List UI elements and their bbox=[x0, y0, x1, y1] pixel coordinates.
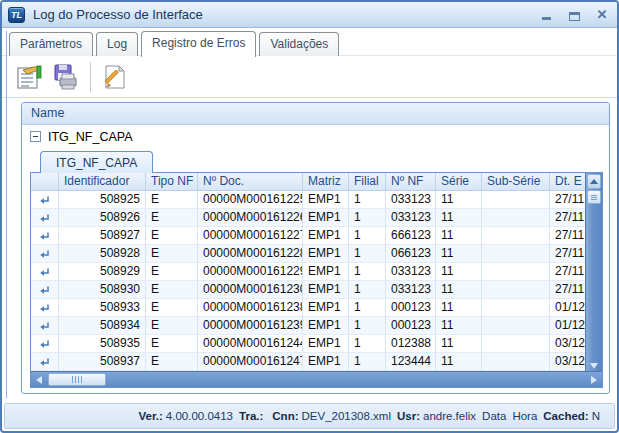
column-header-sub-s-rie[interactable]: Sub-Série bbox=[482, 173, 550, 191]
maximize-button[interactable] bbox=[567, 8, 581, 22]
close-button[interactable]: ✕ bbox=[595, 8, 609, 22]
tree-node-itg-nf-capa[interactable]: ITG_NF_CAPA bbox=[22, 125, 609, 148]
cell: 666123 bbox=[386, 227, 436, 245]
scroll-up-button[interactable] bbox=[587, 174, 601, 189]
column-header-n-nf[interactable]: Nº NF bbox=[386, 173, 436, 191]
table-row[interactable]: 508927E00000M000161227EMP116661231127/11 bbox=[31, 227, 585, 245]
right-arrow-icon[interactable] bbox=[591, 376, 597, 384]
cell: E bbox=[146, 353, 198, 371]
cell: E bbox=[146, 209, 198, 227]
cell: 03/12 bbox=[550, 335, 585, 353]
table-row[interactable]: 508928E00000M000161228EMP110661231127/11 bbox=[31, 245, 585, 263]
cell: 1 bbox=[349, 353, 386, 371]
status-segment: Ver.:4.00.00.0413 bbox=[139, 410, 233, 422]
collapse-expander-icon[interactable] bbox=[30, 131, 41, 142]
column-header-s-rie[interactable]: Série bbox=[436, 173, 482, 191]
return-arrow-icon bbox=[31, 209, 59, 227]
tab-validacoes[interactable]: Validações bbox=[259, 32, 339, 56]
app-logo-icon: TL bbox=[8, 7, 25, 23]
column-header-matriz[interactable]: Matriz bbox=[303, 173, 349, 191]
status-segment: Usr:andre.felix bbox=[397, 410, 476, 422]
maximize-icon bbox=[569, 12, 580, 21]
column-header-dt-e[interactable]: Dt. E bbox=[550, 173, 590, 191]
column-header-filial[interactable]: Filial bbox=[349, 173, 386, 191]
cell: EMP1 bbox=[303, 299, 349, 317]
status-segment: Cached:N bbox=[543, 410, 600, 422]
tree-column-header-name[interactable]: Name bbox=[22, 103, 609, 125]
cell: 1 bbox=[349, 317, 386, 335]
table-row[interactable]: 508937E00000M000161247EMP111234441103/12 bbox=[31, 353, 585, 371]
cell: 11 bbox=[436, 209, 482, 227]
horizontal-scroll-thumb[interactable] bbox=[48, 373, 106, 386]
cell: 00000M000161227 bbox=[198, 227, 303, 245]
cell: 033123 bbox=[386, 263, 436, 281]
down-arrow-icon[interactable] bbox=[590, 363, 598, 369]
cell: EMP1 bbox=[303, 353, 349, 371]
up-arrow-icon bbox=[590, 179, 598, 184]
cell: 27/11 bbox=[550, 227, 585, 245]
cell: 1 bbox=[349, 227, 386, 245]
minimize-button[interactable] bbox=[539, 8, 553, 22]
cell: 00000M000161229 bbox=[198, 263, 303, 281]
left-arrow-icon[interactable] bbox=[36, 376, 42, 384]
tab-registro-de-erros[interactable]: Registro de Erros bbox=[141, 31, 256, 57]
close-icon: ✕ bbox=[597, 8, 608, 22]
view-record-button[interactable] bbox=[12, 59, 48, 95]
titlebar: TL Log do Processo de Interface ✕ bbox=[2, 2, 617, 28]
table-row[interactable]: 508925E00000M000161225EMP110331231127/11 bbox=[31, 191, 585, 209]
cell: EMP1 bbox=[303, 209, 349, 227]
tab-strip: Parâmetros Log Registro de Erros Validaç… bbox=[2, 28, 617, 56]
column-header-tipo-nf[interactable]: Tipo NF bbox=[146, 173, 198, 191]
column-header-identificador[interactable]: Identificador bbox=[59, 173, 146, 191]
save-print-button[interactable] bbox=[48, 59, 84, 95]
grid-header: IdentificadorTipo NFNº Doc.MatrizFilialN… bbox=[31, 173, 602, 191]
app-window: TL Log do Processo de Interface ✕ Parâme… bbox=[0, 0, 619, 433]
tab-log[interactable]: Log bbox=[96, 32, 138, 56]
table-row[interactable]: 508930E00000M000161230EMP110331231127/11 bbox=[31, 281, 585, 299]
vertical-scroll-thumb[interactable] bbox=[587, 190, 601, 204]
edit-document-button[interactable] bbox=[97, 59, 133, 95]
cell: 27/11 bbox=[550, 191, 585, 209]
table-row[interactable]: 508929E00000M000161229EMP110331231127/11 bbox=[31, 263, 585, 281]
cell: 00000M000161247 bbox=[198, 353, 303, 371]
cell: 11 bbox=[436, 317, 482, 335]
column-header-marker[interactable] bbox=[31, 173, 59, 191]
cell: 1 bbox=[349, 191, 386, 209]
cell: 00000M000161228 bbox=[198, 245, 303, 263]
table-row[interactable]: 508935E00000M000161244EMP110123881103/12 bbox=[31, 335, 585, 353]
column-header-n-doc-[interactable]: Nº Doc. bbox=[198, 173, 303, 191]
cell: 11 bbox=[436, 227, 482, 245]
content-area: Name ITG_NF_CAPA ITG_NF_CAPA Identificad… bbox=[2, 99, 617, 398]
cell: 508933 bbox=[59, 299, 146, 317]
grid-body: 508925E00000M000161225EMP110331231127/11… bbox=[31, 191, 585, 371]
cell: 033123 bbox=[386, 209, 436, 227]
horizontal-scrollbar[interactable] bbox=[31, 371, 602, 387]
cell: 11 bbox=[436, 335, 482, 353]
return-arrow-icon bbox=[31, 299, 59, 317]
cell bbox=[482, 263, 550, 281]
detail-tab-itg-nf-capa[interactable]: ITG_NF_CAPA bbox=[40, 151, 153, 173]
tab-parametros[interactable]: Parâmetros bbox=[9, 32, 93, 56]
cell bbox=[482, 353, 550, 371]
vertical-scrollbar[interactable] bbox=[585, 173, 602, 371]
cell: 066123 bbox=[386, 245, 436, 263]
cell: 11 bbox=[436, 353, 482, 371]
table-row[interactable]: 508926E00000M000161226EMP110331231127/11 bbox=[31, 209, 585, 227]
table-row[interactable]: 508934E00000M000161239EMP110001231101/12 bbox=[31, 317, 585, 335]
cell: 508925 bbox=[59, 191, 146, 209]
error-grid: IdentificadorTipo NFNº Doc.MatrizFilialN… bbox=[30, 172, 603, 388]
cell: 1 bbox=[349, 335, 386, 353]
cell: 508929 bbox=[59, 263, 146, 281]
toolbar bbox=[2, 56, 617, 98]
cell: 11 bbox=[436, 281, 482, 299]
cell: 27/11 bbox=[550, 245, 585, 263]
cell: E bbox=[146, 263, 198, 281]
cell: 00000M000161226 bbox=[198, 209, 303, 227]
table-row[interactable]: 508933E00000M000161238EMP110001231101/12 bbox=[31, 299, 585, 317]
window-title: Log do Processo de Interface bbox=[33, 7, 203, 22]
cell: E bbox=[146, 227, 198, 245]
cell bbox=[482, 209, 550, 227]
cell: 508928 bbox=[59, 245, 146, 263]
status-segment: Data bbox=[482, 410, 506, 422]
view-record-icon bbox=[15, 62, 45, 92]
